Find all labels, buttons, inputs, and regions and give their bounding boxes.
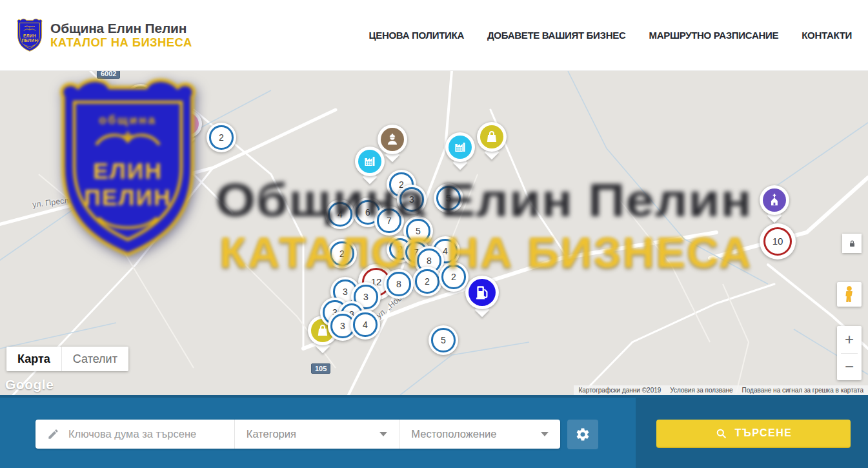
keyword-input[interactable] (67, 427, 212, 441)
zoom-out-button[interactable]: − (837, 354, 862, 381)
zoom-control: + − (837, 326, 862, 380)
logo-shield: община ЕЛИН ПЕЛИН (16, 18, 43, 52)
map-type-map-button[interactable]: Карта (6, 347, 61, 371)
chevron-down-icon (541, 432, 549, 436)
cluster-count: 10 (772, 236, 783, 247)
svg-text:ПЕЛИН: ПЕЛИН (21, 38, 37, 43)
cluster-ring: 12 (157, 99, 186, 127)
pin-inner (358, 150, 381, 173)
keyword-field (35, 420, 234, 449)
cluster-count: 2 (219, 132, 224, 143)
cluster-ring: 2 (330, 241, 354, 265)
search-icon (715, 427, 727, 440)
cluster-marker[interactable]: 3 (397, 185, 427, 214)
header: община ЕЛИН ПЕЛИН Община Елин Пелин КАТА… (0, 0, 868, 71)
map-canvas[interactable]: ул. Преславбул. „Новосел6002105 (0, 71, 868, 395)
pin-inner (449, 136, 472, 159)
cluster-marker[interactable]: 7 (374, 206, 404, 236)
cluster-count: 4 (443, 246, 448, 256)
fuel-icon (472, 283, 492, 302)
cluster-count: 3 (340, 321, 345, 331)
lock-control[interactable] (842, 234, 862, 253)
cluster-count: 7 (387, 216, 392, 226)
pegman-icon (842, 285, 857, 303)
map-type-satellite-button[interactable]: Сателит (61, 347, 128, 371)
marker-layer: 3 2 5 12 2 2 3 5 4 6 (0, 71, 868, 395)
nav-item-route-schedule[interactable]: МАРШРУТНО РАЗПИСАНИЕ (649, 30, 778, 41)
search-button-label: ТЪРСЕНЕ (735, 427, 792, 439)
google-logo[interactable]: Google (5, 377, 54, 392)
bag-pin[interactable] (477, 122, 507, 152)
site-logo[interactable]: община ЕЛИН ПЕЛИН Община Елин Пелин КАТА… (16, 18, 192, 52)
cluster-count: 4 (338, 209, 343, 219)
cluster-count: 3 (363, 292, 368, 302)
factory-pin[interactable] (355, 147, 385, 176)
cluster-count: 2 (119, 112, 125, 122)
factory-icon (452, 139, 469, 156)
cluster-count: 2 (339, 249, 345, 259)
cluster-count: 4 (363, 320, 368, 330)
cluster-ring: 8 (387, 272, 410, 296)
attribution-terms-link[interactable]: Условия за ползване (665, 387, 737, 394)
cluster-marker[interactable]: 12 (154, 95, 190, 131)
factory-icon (361, 153, 378, 170)
location-value: Местоположение (411, 428, 496, 440)
pin-inner (763, 188, 786, 212)
church-icon (766, 192, 783, 209)
cluster-count: 8 (396, 279, 401, 289)
nav-item-contacts[interactable]: КОНТАКТИ (802, 30, 852, 41)
location-dropdown[interactable]: Местоположение (399, 420, 560, 449)
church-pin[interactable] (760, 185, 789, 215)
cluster-count: 5 (416, 226, 421, 236)
nav-item-pricing[interactable]: ЦЕНОВА ПОЛИТИКА (369, 30, 464, 41)
cluster-marker[interactable]: 8 (384, 269, 414, 299)
category-value: Категория (247, 428, 296, 440)
cluster-ring: 2 (441, 265, 465, 289)
cluster-marker[interactable]: 4 (350, 310, 380, 340)
attribution-report-link[interactable]: Подаване на сигнал за грешка в картата (738, 387, 868, 394)
cluster-marker[interactable]: 2 (107, 102, 137, 132)
gear-icon (575, 427, 590, 442)
cluster-ring: 10 (763, 227, 792, 256)
cluster-ring: 5 (431, 328, 455, 352)
search-bar: Категория Местоположение ТЪРСЕНЕ (0, 395, 868, 468)
cluster-ring: 3 (399, 187, 423, 211)
search-button[interactable]: ТЪРСЕНЕ (656, 420, 851, 448)
factory-pin[interactable] (445, 132, 475, 162)
pencil-icon (47, 428, 59, 440)
cluster-marker[interactable]: 5 (434, 183, 463, 213)
cluster-count: 2 (398, 244, 403, 254)
category-dropdown[interactable]: Категория (234, 420, 399, 449)
pegman-control[interactable] (837, 282, 862, 307)
cluster-count: 6 (365, 207, 370, 218)
nav-item-add-business[interactable]: ДОБАВЕТЕ ВАШИЯТ БИЗНЕС (487, 30, 625, 41)
cluster-marker[interactable]: 2 (439, 262, 469, 292)
cluster-marker[interactable]: 10 (760, 223, 796, 259)
cluster-ring: 2 (415, 269, 439, 293)
cluster-count: 3 (138, 94, 143, 104)
search-fields-group: Категория Местоположение (35, 420, 560, 449)
cluster-count: 3 (409, 194, 414, 205)
cluster-marker[interactable]: 2 (327, 239, 357, 269)
map-type-control: Карта Сателит (6, 347, 128, 371)
zoom-in-button[interactable]: + (837, 326, 862, 353)
cluster-count: 8 (427, 256, 432, 266)
fuel-pin[interactable] (465, 276, 499, 309)
cluster-marker[interactable]: 2 (412, 267, 442, 296)
brand-subtitle: КАТАЛОГ НА БИЗНЕСА (50, 36, 192, 50)
brand-title: Община Елин Пелин (50, 21, 192, 36)
cluster-marker[interactable]: 5 (429, 325, 458, 355)
lock-icon (847, 239, 857, 249)
worker-icon (384, 131, 401, 148)
chevron-down-icon (379, 432, 387, 436)
cluster-ring: 2 (110, 105, 134, 128)
bag-icon (483, 128, 500, 145)
cluster-count: 12 (167, 107, 177, 118)
advanced-settings-button[interactable] (567, 420, 598, 449)
cluster-marker[interactable]: 4 (325, 199, 355, 229)
map-attribution: Картографски данни ©2019 Условия за полз… (574, 385, 868, 395)
cluster-count: 5 (441, 335, 446, 345)
cluster-marker[interactable]: 2 (207, 123, 236, 152)
attribution-data: Картографски данни ©2019 (574, 387, 665, 394)
cluster-ring: 7 (377, 209, 401, 232)
